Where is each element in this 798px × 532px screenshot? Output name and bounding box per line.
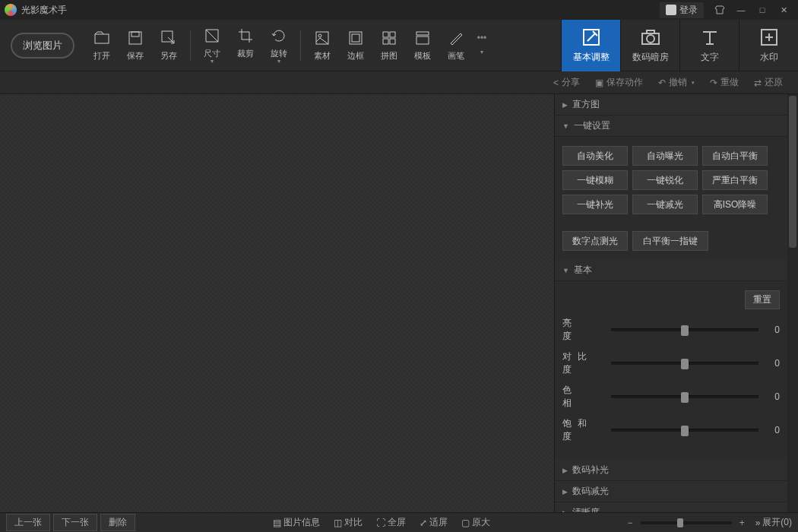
btn-high-iso[interactable]: 高ISO降噪 xyxy=(702,195,768,214)
oneclick-body: 自动美化 自动曝光 自动白平衡 一键模糊 一键锐化 严重白平衡 一键补光 一键减… xyxy=(555,137,787,260)
slider-saturation: 饱和度 0 xyxy=(562,417,780,443)
tool-brush[interactable]: 画笔 xyxy=(439,26,473,65)
redo-button[interactable]: ↷重做 xyxy=(710,76,739,89)
btn-auto-exposure[interactable]: 自动曝光 xyxy=(632,146,698,166)
section-reduce-light[interactable]: ▶数码减光 xyxy=(555,481,787,502)
img-info-button[interactable]: ▤图片信息 xyxy=(273,516,320,529)
tool-more[interactable]: •••▾ xyxy=(473,26,491,65)
zoom-in-button[interactable]: + xyxy=(736,518,748,528)
section-sharpness[interactable]: ▶清晰度 xyxy=(555,502,787,512)
basic-body: 重置 亮 度 0 对比度 0 色 相 0 xyxy=(555,281,787,460)
zoom-handle[interactable] xyxy=(677,518,683,527)
tab-darkroom[interactable]: 数码暗房 xyxy=(620,20,679,71)
chevron-down-icon: ▼ xyxy=(562,122,569,130)
undo-icon: ↶ xyxy=(658,78,666,88)
info-icon: ▤ xyxy=(273,518,281,528)
tool-crop[interactable]: 裁剪 xyxy=(229,24,262,68)
fit-button[interactable]: ⤢适屏 xyxy=(420,516,448,529)
tool-save[interactable]: 保存 xyxy=(119,26,152,65)
watermark-icon xyxy=(758,27,780,48)
login-button[interactable]: 登录 xyxy=(660,2,704,18)
minimize-button[interactable]: — xyxy=(731,3,751,17)
zoom-out-button[interactable]: − xyxy=(625,518,636,528)
btn-one-sharpen[interactable]: 一键锐化 xyxy=(632,170,698,190)
original-button[interactable]: ▢原大 xyxy=(461,516,490,529)
revert-button[interactable]: ⇄还原 xyxy=(754,76,783,89)
next-button[interactable]: 下一张 xyxy=(53,514,97,531)
section-histogram[interactable]: ▶直方图 xyxy=(555,94,787,116)
fullscreen-button[interactable]: ⛶全屏 xyxy=(376,516,406,529)
svg-rect-2 xyxy=(131,32,139,36)
maximize-button[interactable]: □ xyxy=(752,3,772,17)
tab-watermark[interactable]: 水印 xyxy=(739,20,798,71)
svg-rect-1 xyxy=(129,32,141,44)
svg-point-5 xyxy=(318,34,321,37)
tool-template[interactable]: 模板 xyxy=(406,26,439,65)
saturation-track[interactable] xyxy=(611,429,758,432)
svg-rect-4 xyxy=(316,32,328,44)
titlebar: 光影魔术手 登录 — □ ✕ xyxy=(0,0,798,20)
hue-handle[interactable] xyxy=(681,392,689,403)
hue-track[interactable] xyxy=(611,395,758,398)
text-icon xyxy=(699,27,720,48)
slider-hue: 色 相 0 xyxy=(562,384,780,410)
original-icon: ▢ xyxy=(461,518,470,528)
actionbar: <分享 ▣保存动作 ↶撤销▾ ↷重做 ⇄还原 xyxy=(0,71,798,94)
svg-rect-9 xyxy=(390,32,395,37)
btn-auto-wb[interactable]: 自动白平衡 xyxy=(702,146,768,166)
prev-button[interactable]: 上一张 xyxy=(6,514,50,531)
slider-contrast: 对比度 0 xyxy=(562,350,780,376)
tool-saveas[interactable]: 另存 xyxy=(152,26,185,65)
btn-wb-onekey[interactable]: 白平衡一指键 xyxy=(632,231,708,251)
browse-button[interactable]: 浏览图片 xyxy=(11,33,74,59)
btn-auto-beauty[interactable]: 自动美化 xyxy=(562,146,628,166)
scrollbar-thumb[interactable] xyxy=(789,96,796,248)
app-icon xyxy=(5,4,17,16)
chevron-right-icon: ▶ xyxy=(562,101,568,109)
canvas[interactable] xyxy=(0,94,555,512)
svg-rect-0 xyxy=(95,34,109,43)
compare-icon: ◫ xyxy=(334,518,342,528)
login-label: 登录 xyxy=(679,4,698,17)
tab-text[interactable]: 文字 xyxy=(679,20,739,71)
fit-icon: ⤢ xyxy=(420,518,427,528)
section-basic[interactable]: ▼基本 xyxy=(555,260,787,281)
saturation-handle[interactable] xyxy=(681,426,689,436)
app-title: 光影魔术手 xyxy=(21,4,67,17)
btn-one-fill[interactable]: 一键补光 xyxy=(562,195,628,214)
btn-heavy-wb[interactable]: 严重白平衡 xyxy=(702,170,768,190)
zoom-slider[interactable] xyxy=(641,521,732,524)
undo-button[interactable]: ↶撤销▾ xyxy=(658,76,695,89)
tool-size[interactable]: 尺寸▾ xyxy=(195,24,229,68)
main-area: ▶直方图 ▼一键设置 自动美化 自动曝光 自动白平衡 一键模糊 一键锐化 严重白… xyxy=(0,94,798,512)
btn-one-blur[interactable]: 一键模糊 xyxy=(562,170,628,190)
section-fill-light[interactable]: ▶数码补光 xyxy=(555,460,787,481)
brightness-track[interactable] xyxy=(611,328,758,331)
adjust-icon xyxy=(581,27,602,48)
btn-spot-meter[interactable]: 数字点测光 xyxy=(562,231,628,251)
tool-rotate[interactable]: 旋转▾ xyxy=(262,24,296,68)
tab-basic-adjust[interactable]: 基本调整 xyxy=(561,20,620,71)
contrast-track[interactable] xyxy=(611,362,758,365)
tool-material[interactable]: 素材 xyxy=(306,26,339,65)
compare-button[interactable]: ◫对比 xyxy=(334,516,363,529)
svg-rect-12 xyxy=(416,32,429,35)
reset-button[interactable]: 重置 xyxy=(745,290,780,309)
side-scrollbar[interactable] xyxy=(787,94,798,512)
tool-collage[interactable]: 拼图 xyxy=(372,26,406,65)
close-button[interactable]: ✕ xyxy=(774,3,793,17)
app-window: 光影魔术手 登录 — □ ✕ 浏览图片 打开 保存 另存 尺寸▾ 裁剪 旋转▾ xyxy=(0,0,798,532)
contrast-handle[interactable] xyxy=(681,359,689,369)
chevron-down-icon: ▼ xyxy=(562,267,569,274)
delete-button[interactable]: 删除 xyxy=(100,514,135,531)
share-button[interactable]: <分享 xyxy=(553,76,580,89)
brightness-handle[interactable] xyxy=(681,325,689,336)
tool-open[interactable]: 打开 xyxy=(85,26,119,65)
expand-button[interactable]: »展开(0) xyxy=(755,516,792,529)
btn-one-reduce[interactable]: 一键减光 xyxy=(632,195,698,214)
section-oneclick[interactable]: ▼一键设置 xyxy=(555,116,787,137)
save-icon: ▣ xyxy=(595,78,603,88)
tool-border[interactable]: 边框 xyxy=(339,26,372,65)
skin-button[interactable] xyxy=(710,3,730,17)
save-action-button[interactable]: ▣保存动作 xyxy=(595,76,643,89)
